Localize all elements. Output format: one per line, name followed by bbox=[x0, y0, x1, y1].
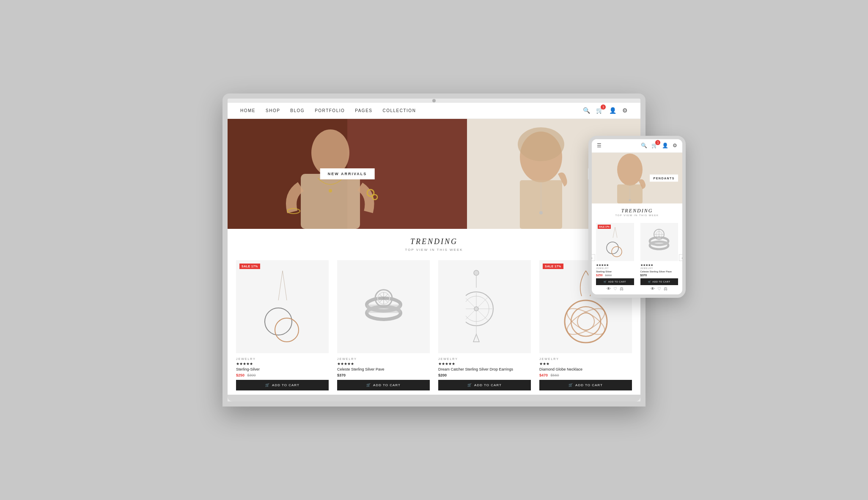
phone-add-to-cart-label-1: ADD TO CART bbox=[608, 280, 626, 283]
product-stars-2: ★★★★★ bbox=[337, 362, 430, 366]
svg-point-17 bbox=[275, 318, 299, 342]
phone-product-image-1: SALE 17% bbox=[596, 223, 634, 261]
add-to-cart-label-2: ADD TO CART bbox=[373, 383, 401, 387]
nav-collection[interactable]: COLLECTION bbox=[382, 108, 416, 113]
product-card-1: SALE 17% JEWELRY ★★★★★ Sterling-Silver bbox=[232, 256, 333, 395]
sale-badge-4: SALE 17% bbox=[543, 264, 563, 269]
nav-portfolio[interactable]: PORTFOLIO bbox=[315, 108, 345, 113]
phone-navbar: ☰ 🔍 🛒 3 👤 ⚙ bbox=[592, 139, 682, 153]
product-card-3: JEWELRY ★★★★★ Dream Catcher Sterling Sil… bbox=[434, 256, 535, 395]
phone-menu-icon[interactable]: ☰ bbox=[597, 143, 602, 149]
nav-blog[interactable]: BLOG bbox=[290, 108, 305, 113]
phone-navbar-icons: 🔍 🛒 3 👤 ⚙ bbox=[641, 143, 677, 149]
product-price-3: $200 bbox=[438, 373, 531, 377]
phone-trending-section: TRENDING TOP VIEW IN THIS WEEK bbox=[592, 203, 682, 221]
price-normal-2: $370 bbox=[337, 373, 346, 377]
phone-add-to-cart-button-1[interactable]: 🛒 ADD TO CART bbox=[596, 278, 634, 285]
phone-cart-icon[interactable]: 🛒 3 bbox=[651, 143, 658, 149]
laptop-screen: HOME SHOP BLOG PORTFOLIO PAGES COLLECTIO… bbox=[228, 103, 640, 395]
ring-svg bbox=[358, 281, 409, 332]
svg-point-11 bbox=[518, 127, 564, 161]
settings-icon[interactable]: ⚙ bbox=[622, 107, 628, 114]
nav-home[interactable]: HOME bbox=[240, 108, 255, 113]
cart-badge: 3 bbox=[601, 104, 606, 110]
phone-prev-arrow[interactable]: ‹ bbox=[592, 254, 595, 261]
svg-point-27 bbox=[474, 270, 479, 275]
svg-point-13 bbox=[539, 211, 543, 214]
product-name-2: Celeste Sterling Silver Pave bbox=[337, 367, 430, 371]
phone-price-normal-2: $370 bbox=[640, 274, 647, 277]
phone-category-1: JEWELRY bbox=[596, 267, 634, 269]
svg-line-49 bbox=[613, 227, 615, 238]
phone-user-icon[interactable]: 👤 bbox=[662, 143, 668, 149]
new-arrivals-button[interactable]: NEW ARRIVALS bbox=[320, 168, 375, 179]
devices-wrapper: HOME SHOP BLOG PORTFOLIO PAGES COLLECTIO… bbox=[191, 93, 677, 407]
phone-cart-badge: 3 bbox=[655, 140, 660, 145]
laptop-camera bbox=[432, 99, 436, 102]
hero-section: NEW ARRIVALS bbox=[228, 119, 640, 229]
phone-search-icon[interactable]: 🔍 bbox=[641, 143, 647, 149]
product-category-4: JEWELRY bbox=[539, 357, 632, 360]
nav-pages[interactable]: PAGES bbox=[355, 108, 372, 113]
phone-next-arrow[interactable]: › bbox=[679, 254, 682, 261]
nav-links: HOME SHOP BLOG PORTFOLIO PAGES COLLECTIO… bbox=[240, 108, 416, 113]
phone-product-card-2: ★★★★★ JEWELRY Celeste Sterling Silver Pa… bbox=[638, 221, 681, 294]
phone-ring-svg bbox=[646, 225, 672, 259]
cart-icon[interactable]: 🛒 3 bbox=[596, 107, 603, 114]
phone-price-sale-1: $250 bbox=[596, 274, 603, 277]
phone-sale-badge-1: SALE 17% bbox=[598, 225, 611, 229]
add-to-cart-button-1[interactable]: 🛒 ADD TO CART bbox=[236, 380, 329, 390]
phone-eye-icon-2[interactable]: 👁 bbox=[651, 286, 655, 291]
sale-badge-1: SALE 17% bbox=[239, 264, 260, 269]
svg-point-35 bbox=[474, 307, 478, 311]
add-to-cart-label-3: ADD TO CART bbox=[474, 383, 502, 387]
price-sale-1: $250 bbox=[236, 373, 244, 377]
phone-pendants-label: PENDANTS bbox=[650, 175, 678, 182]
cart-icon-btn-3: 🛒 bbox=[467, 383, 472, 387]
phone-cart-icon-btn-1: 🛒 bbox=[604, 280, 607, 283]
phone-product-image-2 bbox=[640, 223, 678, 261]
product-category-1: JEWELRY bbox=[236, 357, 329, 360]
product-name-4: Diamond Globe Necklace bbox=[539, 367, 632, 371]
product-price-2: $370 bbox=[337, 373, 430, 377]
phone-device: ☰ 🔍 🛒 3 👤 ⚙ bbox=[588, 136, 686, 298]
svg-rect-3 bbox=[301, 174, 360, 229]
phone-compare-icon-2[interactable]: ⚖ bbox=[664, 286, 667, 291]
phone-screen: ☰ 🔍 🛒 3 👤 ⚙ bbox=[592, 139, 682, 294]
phone-compare-icon-1[interactable]: ⚖ bbox=[620, 286, 624, 291]
laptop-notch bbox=[228, 99, 640, 103]
cart-icon-btn-2: 🛒 bbox=[366, 383, 371, 387]
phone-name-1: Sterling-Silver bbox=[596, 270, 634, 273]
user-icon[interactable]: 👤 bbox=[609, 107, 616, 114]
search-icon[interactable]: 🔍 bbox=[583, 107, 590, 114]
svg-point-40 bbox=[571, 307, 601, 336]
product-stars-1: ★★★★★ bbox=[236, 362, 329, 366]
product-category-2: JEWELRY bbox=[337, 357, 430, 360]
svg-point-51 bbox=[607, 242, 618, 254]
laptop-bezel-bottom bbox=[228, 395, 640, 401]
phone-stars-2: ★★★★★ bbox=[640, 264, 678, 267]
price-normal-3: $200 bbox=[438, 373, 447, 377]
add-to-cart-button-2[interactable]: 🛒 ADD TO CART bbox=[337, 380, 430, 390]
add-to-cart-button-3[interactable]: 🛒 ADD TO CART bbox=[438, 380, 531, 390]
phone-eye-icon-1[interactable]: 👁 bbox=[607, 286, 611, 291]
svg-line-14 bbox=[278, 271, 283, 300]
laptop-navbar: HOME SHOP BLOG PORTFOLIO PAGES COLLECTIO… bbox=[228, 103, 640, 119]
add-to-cart-button-4[interactable]: 🛒 ADD TO CART bbox=[539, 380, 632, 390]
phone-settings-icon[interactable]: ⚙ bbox=[673, 143, 677, 149]
phone-add-to-cart-button-2[interactable]: 🛒 ADD TO CART bbox=[640, 278, 678, 285]
svg-point-48 bbox=[629, 199, 631, 201]
phone-heart-icon-1[interactable]: ♡ bbox=[613, 286, 617, 291]
phone-cart-icon-btn-2: 🛒 bbox=[648, 280, 651, 283]
product-image-2 bbox=[337, 260, 430, 353]
price-original-1: $300 bbox=[247, 373, 256, 377]
phone-price-1: $250 $300 bbox=[596, 274, 634, 277]
nav-shop[interactable]: SHOP bbox=[266, 108, 280, 113]
phone-price-original-1: $300 bbox=[605, 274, 612, 277]
product-name-1: Sterling-Silver bbox=[236, 367, 329, 371]
phone-trending-subtitle: TOP VIEW IN THIS WEEK bbox=[596, 214, 678, 217]
svg-point-6 bbox=[329, 189, 332, 192]
phone-heart-icon-2[interactable]: ♡ bbox=[657, 286, 661, 291]
product-card-2: JEWELRY ★★★★★ Celeste Sterling Silver Pa… bbox=[333, 256, 434, 395]
svg-line-50 bbox=[615, 227, 617, 238]
